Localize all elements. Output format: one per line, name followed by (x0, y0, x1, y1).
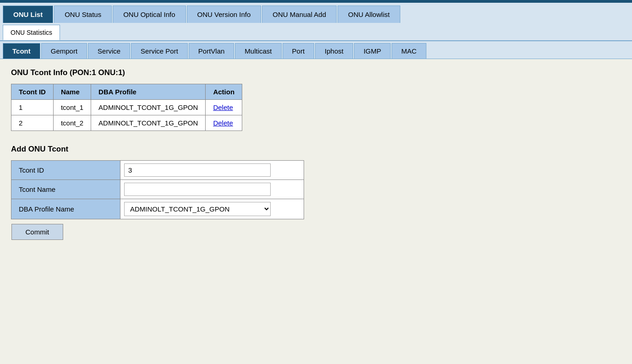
action-cell: Delete (206, 100, 242, 115)
tcont-id-cell: 1 (11, 100, 54, 115)
sub-tab-service[interactable]: Service (88, 43, 130, 59)
tcont-info-table: Tcont ID Name DBA Profile Action 1tcont_… (11, 84, 242, 131)
delete-link[interactable]: Delete (213, 103, 233, 111)
sub-tab-tcont[interactable]: Tcont (3, 43, 40, 59)
tcont-name-label: Tcont Name (11, 180, 120, 199)
tcont-id-cell: 2 (11, 115, 54, 131)
sub-nav: Tcont Gemport Service Service Port PortV… (0, 41, 632, 59)
dba-profile-input-cell: ADMINOLT_TCONT_1G_GPON (120, 199, 304, 219)
sub-tab-mac[interactable]: MAC (392, 43, 426, 59)
main-content: ONU Tcont Info (PON:1 ONU:1) Tcont ID Na… (0, 59, 632, 249)
sub-tab-portvlan[interactable]: PortVlan (189, 43, 234, 59)
tcont-id-label: Tcont ID (11, 161, 120, 180)
tcont-id-row: Tcont ID (11, 161, 304, 180)
tab-onu-status[interactable]: ONU Status (54, 5, 112, 23)
sub-tab-port[interactable]: Port (283, 43, 315, 59)
dba-profile-row: DBA Profile Name ADMINOLT_TCONT_1G_GPON (11, 199, 304, 219)
add-tcont-table: Tcont ID Tcont Name DBA Profile Name ADM… (11, 160, 304, 240)
sub-tab-service-port[interactable]: Service Port (131, 43, 188, 59)
dba-profile-label: DBA Profile Name (11, 199, 120, 219)
tcont-id-input[interactable] (124, 163, 271, 177)
tcont-name-cell: tcont_2 (53, 115, 91, 131)
info-section-title: ONU Tcont Info (PON:1 ONU:1) (11, 68, 621, 77)
tab-onu-statistics[interactable]: ONU Statistics (3, 25, 60, 40)
tcont-name-row: Tcont Name (11, 180, 304, 199)
table-row: 1tcont_1ADMINOLT_TCONT_1G_GPONDelete (11, 100, 242, 115)
col-header-name: Name (53, 84, 91, 100)
tcont-name-input-cell (120, 180, 304, 199)
commit-button[interactable]: Commit (11, 224, 64, 240)
commit-row: Commit (11, 219, 304, 240)
tab-onu-optical-info[interactable]: ONU Optical Info (113, 5, 185, 23)
sub-tab-iphost[interactable]: Iphost (315, 43, 353, 59)
dba-profile-cell: ADMINOLT_TCONT_1G_GPON (91, 100, 206, 115)
tab-onu-version-info[interactable]: ONU Version Info (187, 5, 262, 23)
action-cell: Delete (206, 115, 242, 131)
add-section-title: Add ONU Tcont (11, 145, 621, 154)
col-header-tcont-id: Tcont ID (11, 84, 54, 100)
tab-onu-manual-add[interactable]: ONU Manual Add (262, 5, 337, 23)
col-header-action: Action (206, 84, 242, 100)
tcont-name-input[interactable] (124, 183, 271, 196)
dba-profile-select[interactable]: ADMINOLT_TCONT_1G_GPON (124, 202, 271, 216)
sub-tab-multicast[interactable]: Multicast (235, 43, 281, 59)
tcont-name-cell: tcont_1 (53, 100, 91, 115)
tab-onu-allowlist[interactable]: ONU Allowlist (338, 5, 400, 23)
tab-onu-list[interactable]: ONU List (3, 5, 53, 23)
main-nav: ONU List ONU Status ONU Optical Info ONU… (0, 3, 632, 23)
delete-link[interactable]: Delete (213, 119, 233, 127)
table-row: 2tcont_2ADMINOLT_TCONT_1G_GPONDelete (11, 115, 242, 131)
tcont-id-input-cell (120, 161, 304, 180)
dba-profile-cell: ADMINOLT_TCONT_1G_GPON (91, 115, 206, 131)
col-header-dba-profile: DBA Profile (91, 84, 206, 100)
secondary-nav: ONU Statistics (0, 23, 632, 41)
sub-tab-igmp[interactable]: IGMP (354, 43, 391, 59)
sub-tab-gemport[interactable]: Gemport (41, 43, 87, 59)
